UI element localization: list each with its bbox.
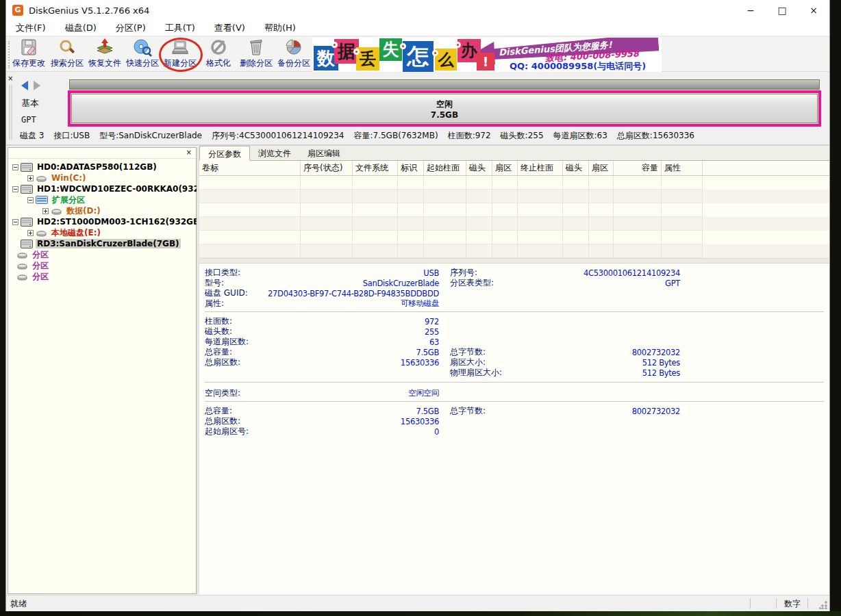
collapse-minus-icon[interactable]	[12, 219, 18, 225]
table-row[interactable]	[199, 203, 829, 217]
column-header-4[interactable]: 起始柱面	[424, 161, 466, 175]
close-button[interactable]: ×	[802, 0, 825, 21]
delete-partition-button[interactable]: 删除分区	[237, 38, 275, 71]
recover-files-button[interactable]: 恢复文件	[86, 38, 124, 71]
menu-item-5[interactable]: 帮助(H)	[255, 22, 305, 34]
expand-plus-icon[interactable]	[42, 208, 49, 214]
toolbar-button-label: 删除分区	[237, 57, 275, 69]
tab-0[interactable]: 分区参数	[199, 146, 250, 161]
table-cell	[662, 244, 703, 258]
detail-value: 15630336	[281, 417, 439, 426]
menu-item-4[interactable]: 查看(V)	[205, 22, 255, 34]
column-header-2[interactable]: 文件系统	[353, 161, 398, 175]
column-header-1[interactable]: 序号(状态)	[301, 161, 353, 175]
panel-grip-bars	[9, 85, 12, 140]
tree-panel-header: ×	[8, 148, 196, 159]
column-header-9[interactable]: 扇区	[589, 161, 614, 175]
menu-item-2[interactable]: 分区(P)	[106, 22, 155, 34]
tree-item-5[interactable]: HD2:ST1000DM003-1CH162(932GB)	[8, 216, 196, 227]
detail-row: 每道扇区数:63	[205, 336, 825, 346]
maximize-button[interactable]: □	[770, 0, 794, 21]
table-cell	[563, 203, 589, 217]
menu-item-0[interactable]: 文件(F)	[6, 22, 55, 34]
table-row[interactable]	[199, 217, 829, 231]
table-row[interactable]	[199, 190, 829, 203]
table-row[interactable]	[199, 176, 829, 190]
column-header-3[interactable]: 标识	[398, 161, 424, 175]
tree-item-9[interactable]: 分区	[8, 260, 196, 271]
table-header-row: 卷标序号(状态)文件系统标识起始柱面磁头扇区终止柱面磁头扇区容量属性	[199, 161, 829, 176]
column-header-filler	[703, 161, 829, 175]
annotation-red-circle	[159, 38, 203, 72]
minimize-button[interactable]: −	[739, 0, 762, 21]
table-cell	[589, 203, 614, 217]
table-cell	[424, 176, 466, 190]
back-arrow-icon[interactable]	[21, 81, 28, 90]
tree-item-4[interactable]: 数据(D:)	[8, 205, 196, 216]
disk-info-segment: 型号:SanDiskCruzerBlade	[99, 131, 202, 140]
tree-item-1[interactable]: Win(C:)	[8, 172, 196, 183]
tree-item-label: 数据(D:)	[65, 206, 102, 216]
detail-label: 起始扇区号:	[205, 426, 281, 437]
detail-label: 物理扇区大小:	[450, 367, 539, 378]
expand-plus-icon[interactable]	[27, 175, 34, 181]
table-cell	[466, 217, 492, 231]
table-row[interactable]	[199, 231, 829, 244]
tree-item-8[interactable]: 分区	[8, 249, 196, 260]
tree-item-7[interactable]: RD3:SanDiskCruzerBlade(7GB)	[8, 238, 196, 249]
table-cell	[662, 217, 703, 231]
app-logo-icon: G	[12, 5, 23, 16]
disk-info-segment: 每道扇区数:63	[553, 131, 607, 140]
panel-grip[interactable]: ×	[8, 75, 17, 141]
tree-item-3[interactable]: 扩展分区	[8, 194, 196, 205]
table-cell	[424, 231, 466, 244]
view-label-basic[interactable]: 基本	[21, 97, 39, 110]
tab-1[interactable]: 浏览文件	[250, 146, 299, 161]
search-partition-button[interactable]: 搜索分区	[48, 38, 86, 71]
ad-banner: DiskGenius团队为您服务! 致电: 400-008-9958 QQ: 4…	[312, 38, 662, 72]
tree-close-icon[interactable]: ×	[186, 149, 192, 157]
table-row[interactable]	[199, 244, 829, 258]
tree-item-2[interactable]: HD1:WDCWD10EZEC-00RKKA0(932GB)	[8, 183, 196, 194]
disk-bar[interactable]	[69, 79, 820, 90]
view-label-gpt[interactable]: GPT	[21, 115, 36, 125]
column-header-8[interactable]: 磁头	[563, 161, 589, 175]
detail-value: 可移动磁盘	[281, 298, 439, 309]
tree-item-0[interactable]: HD0:ADATASP580(112GB)	[8, 162, 196, 172]
column-header-10[interactable]: 容量	[614, 161, 662, 175]
format-button[interactable]: 格式化	[199, 38, 238, 71]
table-cell	[424, 244, 466, 258]
panel-close-icon[interactable]: ×	[8, 75, 17, 82]
forward-arrow-icon[interactable]	[34, 81, 40, 90]
column-header-7[interactable]: 终止柱面	[518, 161, 563, 175]
menu-item-3[interactable]: 工具(T)	[155, 22, 205, 34]
detail-value: 972	[281, 317, 439, 326]
table-cell	[492, 231, 518, 244]
column-header-0[interactable]: 卷标	[199, 161, 301, 175]
column-header-11[interactable]: 属性	[662, 161, 703, 175]
detail-value: 8002732032	[539, 407, 680, 416]
detail-value: SanDiskCruzerBlade	[281, 279, 439, 288]
collapse-minus-icon[interactable]	[27, 197, 34, 203]
resize-grip[interactable]	[819, 601, 827, 609]
tree-item-10[interactable]: 分区	[8, 271, 196, 282]
quick-partition-button[interactable]: 快速分区	[123, 38, 162, 71]
banner-tile: 怎	[403, 41, 434, 72]
column-header-5[interactable]: 磁头	[466, 161, 492, 175]
save-changes-button[interactable]: 保存更改	[10, 38, 48, 71]
banner-ring-icon	[353, 49, 360, 55]
drive-icon	[16, 251, 31, 259]
tree-item-6[interactable]: 本地磁盘(E:)	[8, 227, 196, 238]
collapse-minus-icon[interactable]	[12, 186, 18, 192]
detail-value: USB	[281, 268, 439, 278]
expand-plus-icon[interactable]	[27, 230, 34, 236]
table-cell	[563, 176, 589, 190]
tab-2[interactable]: 扇区编辑	[299, 146, 349, 161]
menu-item-1[interactable]: 磁盘(D)	[55, 22, 106, 34]
table-cell	[563, 217, 589, 231]
collapse-minus-icon[interactable]	[12, 164, 18, 170]
backup-partition-button[interactable]: 备份分区	[275, 38, 313, 71]
column-header-6[interactable]: 扇区	[492, 161, 518, 175]
detail-value: 15630336	[281, 358, 439, 368]
free-space-block[interactable]: 空闲 7.5GB	[71, 94, 818, 123]
